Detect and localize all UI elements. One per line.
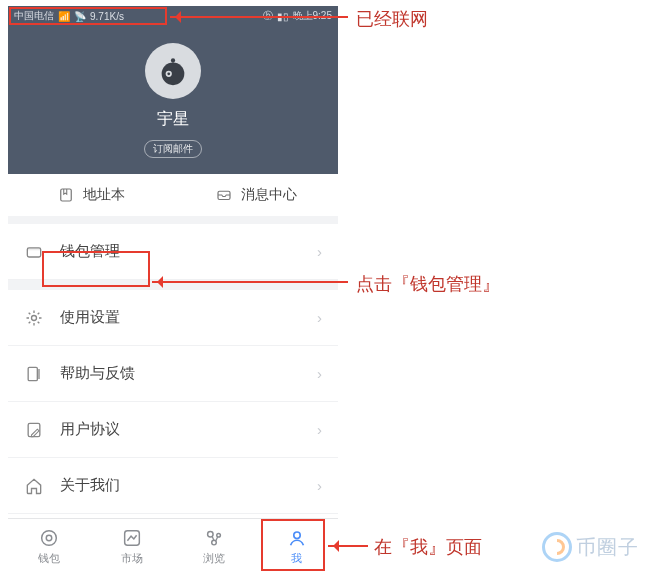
svg-point-18	[212, 540, 217, 545]
address-book-label: 地址本	[83, 186, 125, 204]
svg-rect-5	[60, 189, 71, 201]
help-row[interactable]: 帮助与反馈 ›	[8, 346, 338, 402]
settings-label: 使用设置	[60, 308, 317, 327]
quick-row: 地址本 消息中心	[8, 174, 338, 224]
profile-header: 宇星 订阅邮件	[8, 26, 338, 174]
wallet-tab-icon	[38, 527, 60, 549]
wifi-icon: 📡	[74, 11, 86, 22]
watermark-logo-icon	[542, 532, 572, 562]
chevron-right-icon: ›	[317, 421, 322, 438]
agreement-label: 用户协议	[60, 420, 317, 439]
watermark-text: 币圈子	[576, 534, 639, 561]
settings-list: 钱包管理 › 使用设置 › 帮助与反馈 › 用户协议 ›	[8, 224, 338, 514]
svg-point-3	[171, 58, 175, 62]
wallet-icon	[24, 242, 44, 262]
inbox-icon	[215, 186, 233, 204]
bookmark-icon	[57, 186, 75, 204]
svg-rect-8	[27, 247, 40, 250]
svg-point-9	[32, 315, 37, 320]
about-label: 关于我们	[60, 476, 317, 495]
person-tab-icon	[286, 527, 308, 549]
chevron-right-icon: ›	[317, 477, 322, 494]
browse-tab-icon	[203, 527, 225, 549]
home-icon	[24, 476, 44, 496]
chevron-right-icon: ›	[317, 365, 322, 382]
svg-point-13	[42, 531, 57, 546]
svg-point-17	[217, 533, 221, 537]
avatar[interactable]	[145, 43, 201, 99]
help-label: 帮助与反馈	[60, 364, 317, 383]
carrier-label: 中国电信	[14, 9, 54, 23]
signal-icon: 📶	[58, 11, 70, 22]
subscribe-pill[interactable]: 订阅邮件	[144, 140, 202, 158]
agreement-row[interactable]: 用户协议 ›	[8, 402, 338, 458]
svg-rect-10	[28, 367, 37, 380]
anno-networked: 已经联网	[356, 7, 428, 31]
tab-market[interactable]: 市场	[91, 519, 174, 574]
svg-point-14	[47, 535, 53, 541]
chevron-right-icon: ›	[317, 309, 322, 326]
tab-me-label: 我	[291, 551, 302, 566]
wallet-mgmt-row[interactable]: 钱包管理 ›	[8, 224, 338, 280]
tab-me[interactable]: 我	[256, 519, 339, 574]
anno-me-page: 在『我』页面	[374, 535, 482, 559]
avatar-robot-icon	[156, 54, 190, 88]
about-row[interactable]: 关于我们 ›	[8, 458, 338, 514]
market-tab-icon	[121, 527, 143, 549]
svg-point-0	[162, 62, 185, 85]
anno-click-wallet: 点击『钱包管理』	[356, 272, 500, 296]
tab-wallet-label: 钱包	[38, 551, 60, 566]
arrow-wallet	[152, 281, 348, 283]
phone-frame: 中国电信 📶 📡 9.71K/s ⓑ ▮▯ 晚上9:25 宇星 订阅邮件 地	[8, 6, 338, 574]
wallet-mgmt-label: 钱包管理	[60, 242, 317, 261]
document-edit-icon	[24, 420, 44, 440]
arrow-me	[328, 545, 368, 547]
tab-wallet[interactable]: 钱包	[8, 519, 91, 574]
help-icon	[24, 364, 44, 384]
svg-point-2	[167, 72, 170, 75]
address-book-button[interactable]: 地址本	[8, 186, 173, 204]
settings-row[interactable]: 使用设置 ›	[8, 290, 338, 346]
watermark: 币圈子	[542, 532, 639, 562]
tab-browse[interactable]: 浏览	[173, 519, 256, 574]
username: 宇星	[157, 109, 189, 130]
message-center-button[interactable]: 消息中心	[173, 186, 338, 204]
svg-point-19	[294, 532, 300, 538]
chevron-right-icon: ›	[317, 243, 322, 260]
tab-bar: 钱包 市场 浏览 我	[8, 518, 338, 574]
gear-icon	[24, 308, 44, 328]
arrow-network	[170, 16, 348, 18]
net-speed: 9.71K/s	[90, 11, 124, 22]
message-center-label: 消息中心	[241, 186, 297, 204]
tab-browse-label: 浏览	[203, 551, 225, 566]
tab-market-label: 市场	[121, 551, 143, 566]
